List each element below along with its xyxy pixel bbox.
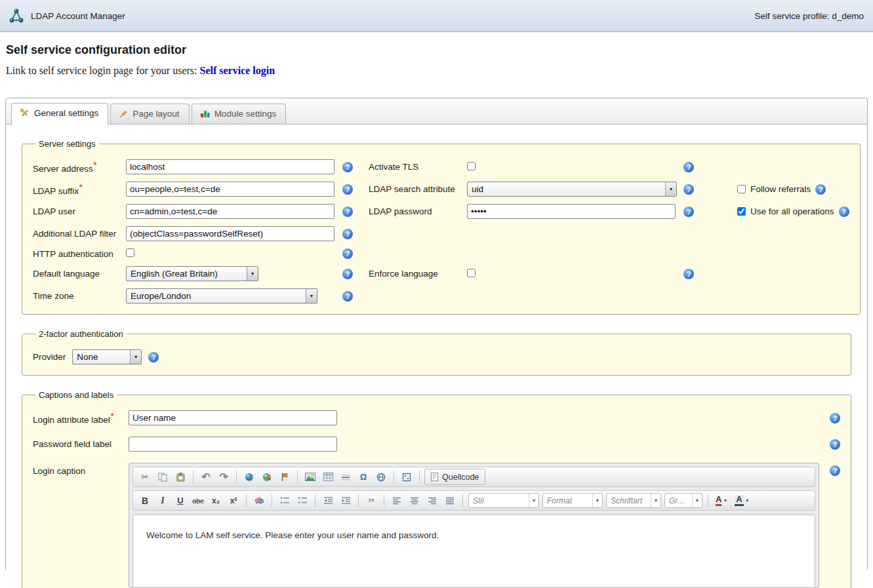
align-left-icon[interactable]	[389, 493, 405, 508]
help-icon[interactable]: ?	[815, 184, 826, 195]
underline-button[interactable]: U	[173, 493, 188, 508]
format-combo[interactable]: Format ▼	[542, 493, 603, 508]
captions-legend: Captions and labels	[35, 390, 117, 400]
follow-referrals-checkbox[interactable]	[737, 185, 746, 193]
password-field-label: Password field label	[33, 439, 129, 449]
http-authentication-checkbox[interactable]	[126, 248, 134, 257]
help-icon[interactable]: ?	[342, 248, 353, 259]
tab-general-settings[interactable]: General settings	[11, 103, 108, 125]
copy-icon[interactable]	[155, 469, 171, 484]
login-caption-label: Login caption	[33, 463, 129, 476]
horizontal-rule-icon[interactable]	[338, 469, 354, 484]
http-authentication-label: HTTP authentication	[33, 249, 126, 259]
select-value: None	[73, 350, 130, 364]
enforce-language-label: Enforce language	[369, 269, 467, 279]
password-field-label-input[interactable]	[129, 437, 337, 452]
background-color-button[interactable]: A ▼	[732, 493, 752, 508]
help-icon[interactable]: ?	[830, 413, 840, 423]
superscript-button[interactable]: x²	[226, 493, 241, 508]
tab-module-settings[interactable]: Module settings	[192, 104, 287, 124]
required-marker: *	[111, 412, 114, 421]
blockquote-icon[interactable]: ”	[363, 493, 379, 508]
select-value: uid	[468, 182, 665, 196]
help-icon[interactable]: ?	[148, 352, 159, 363]
self-service-login-link[interactable]: Self service login	[199, 65, 275, 76]
additional-ldap-filter-input[interactable]	[126, 226, 335, 241]
help-icon[interactable]: ?	[683, 162, 694, 172]
time-zone-select[interactable]: Europe/London ▼	[126, 288, 317, 304]
flag-icon[interactable]	[277, 469, 293, 484]
subscript-button[interactable]: x₂	[208, 493, 224, 508]
use-for-all-operations-checkbox[interactable]	[737, 207, 746, 216]
ldap-suffix-input[interactable]	[126, 182, 335, 197]
chevron-down-icon: ▼	[306, 289, 317, 303]
bulleted-list-icon[interactable]	[294, 493, 310, 508]
follow-referrals-label: Follow referrals	[750, 184, 811, 194]
toolbar-separator	[708, 494, 708, 507]
unlink-icon[interactable]	[259, 469, 275, 484]
source-button[interactable]: Quellcode	[424, 469, 485, 485]
chevron-down-icon: ▼	[651, 494, 660, 507]
toolbar-separator	[462, 494, 463, 507]
align-right-icon[interactable]	[424, 493, 440, 508]
tab-page-layout[interactable]: Page layout	[110, 104, 189, 124]
text-color-button[interactable]: A ▼	[713, 493, 730, 508]
settings-tab-container: General settings Page layout Module sett…	[5, 98, 868, 570]
help-icon[interactable]: ?	[342, 184, 353, 195]
image-icon[interactable]	[302, 469, 318, 484]
paste-icon[interactable]	[173, 469, 188, 484]
ldap-password-input[interactable]	[467, 204, 676, 219]
enforce-language-checkbox[interactable]	[467, 269, 476, 277]
help-icon[interactable]: ?	[683, 206, 694, 217]
remove-format-icon[interactable]	[251, 493, 267, 508]
ldap-suffix-label: LDAP suffix*	[33, 183, 126, 196]
outdent-icon[interactable]	[320, 493, 336, 508]
provider-select[interactable]: None ▼	[72, 349, 142, 364]
align-justify-icon[interactable]	[442, 493, 458, 508]
italic-button[interactable]: I	[155, 493, 171, 508]
server-address-label: Server address*	[33, 161, 126, 174]
login-attribute-input[interactable]	[129, 410, 337, 425]
document-icon	[431, 473, 438, 481]
help-icon[interactable]: ?	[342, 269, 353, 279]
server-address-input[interactable]	[126, 159, 335, 174]
use-for-all-operations-label: Use for all operations	[750, 206, 834, 216]
undo-icon[interactable]: ↶	[198, 469, 214, 484]
indent-icon[interactable]	[338, 493, 354, 508]
source-button-label: Quellcode	[442, 473, 479, 482]
editor-toolbar-row2: B I U abc x₂ x²	[132, 490, 815, 511]
required-marker: *	[94, 161, 97, 170]
help-icon[interactable]: ?	[830, 439, 840, 450]
special-char-icon[interactable]: Ω	[355, 469, 371, 484]
help-icon[interactable]: ?	[342, 291, 353, 302]
help-icon[interactable]: ?	[342, 206, 353, 217]
help-icon[interactable]: ?	[839, 206, 849, 217]
numbered-list-icon[interactable]	[277, 493, 293, 508]
globe-icon[interactable]	[373, 469, 389, 484]
redo-icon[interactable]: ↷	[216, 469, 232, 484]
help-icon[interactable]: ?	[683, 269, 694, 279]
align-center-icon[interactable]	[407, 493, 422, 508]
font-size-combo[interactable]: Gr... ▼	[664, 493, 702, 508]
strikethrough-button[interactable]: abc	[190, 493, 206, 508]
toolbar-separator	[419, 471, 420, 483]
activate-tls-checkbox[interactable]	[467, 162, 476, 170]
ldap-search-attribute-select[interactable]: uid ▼	[467, 182, 677, 197]
bold-button[interactable]: B	[137, 493, 153, 508]
combo-label: Gr...	[665, 496, 692, 505]
ldap-user-input[interactable]	[126, 204, 335, 219]
help-icon[interactable]: ?	[342, 229, 353, 239]
tab-modules-label: Module settings	[214, 109, 277, 119]
table-icon[interactable]	[320, 469, 336, 484]
font-combo[interactable]: Schriftart ▼	[606, 493, 661, 508]
help-icon[interactable]: ?	[683, 184, 694, 195]
cut-icon[interactable]: ✂	[137, 469, 153, 484]
link-icon[interactable]	[241, 469, 257, 484]
editor-content[interactable]: Welcome to LAM self service. Please ente…	[132, 514, 815, 587]
help-icon[interactable]: ?	[830, 465, 840, 476]
default-language-select[interactable]: English (Great Britain) ▼	[126, 266, 258, 281]
maximize-icon[interactable]	[399, 469, 415, 484]
captions-fieldset: Captions and labels Login attribute labe…	[22, 390, 851, 588]
styles-combo[interactable]: Stil ▼	[468, 493, 539, 508]
help-icon[interactable]: ?	[342, 162, 353, 172]
